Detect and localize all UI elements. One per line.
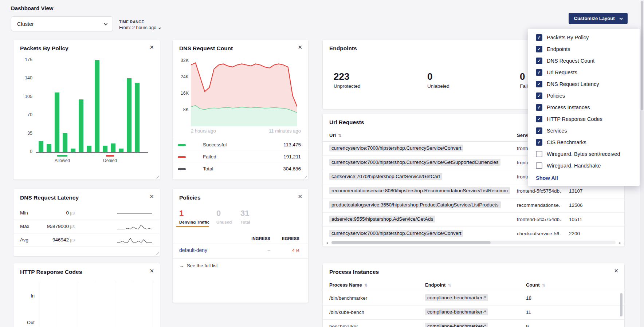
- scroll-left-icon[interactable]: ◂: [326, 241, 328, 245]
- customize-layout-menu: ✓Packets By Policy✓Endpoints✓DNS Request…: [528, 29, 640, 186]
- unchecked-checkbox[interactable]: [536, 162, 542, 169]
- close-icon[interactable]: ✕: [614, 268, 619, 274]
- stat-value: 0: [427, 71, 449, 82]
- stat-total[interactable]: 31 Total: [240, 209, 250, 224]
- category-label-denied: Denied: [103, 158, 117, 163]
- ingress-value: –: [241, 248, 270, 253]
- menu-item-label: Endpoints: [547, 46, 570, 52]
- menu-item[interactable]: ✓DNS Request Latency: [528, 78, 640, 90]
- checked-checkbox[interactable]: ✓: [536, 92, 542, 99]
- resize-handle[interactable]: [155, 174, 159, 178]
- customize-layout-button[interactable]: Customize Layout: [569, 13, 628, 24]
- unchecked-checkbox[interactable]: [536, 151, 542, 157]
- checked-checkbox[interactable]: ✓: [536, 127, 542, 134]
- menu-item-label: Policies: [547, 93, 565, 99]
- bar: [111, 143, 115, 152]
- table-row[interactable]: recommendationservice:8080/hipstershop.R…: [323, 184, 624, 198]
- table-row[interactable]: /bin/kube-benchcompliance-benchmarker-*1…: [323, 306, 624, 320]
- sparkline: [117, 210, 152, 217]
- show-all-link[interactable]: Show All: [536, 175, 632, 181]
- count-cell: 10511: [569, 217, 582, 222]
- menu-item[interactable]: Wireguard. Bytes sent/received: [528, 148, 640, 160]
- menu-item[interactable]: ✓CIS Benchmarks: [528, 137, 640, 148]
- checked-checkbox[interactable]: ✓: [536, 104, 542, 111]
- menu-item[interactable]: Wireguard. Handshake: [528, 160, 640, 172]
- sort-icon[interactable]: ⇅: [364, 283, 368, 287]
- endpoint-cell: compliance-benchmarker-*: [425, 323, 488, 327]
- process-name-cell: /bin/kube-bench: [329, 310, 364, 315]
- sort-icon[interactable]: ⇅: [448, 283, 451, 287]
- service-cell: frontend-5fc5754db…: [517, 188, 561, 194]
- column-header-ingress: INGRESS: [241, 236, 270, 241]
- view-selector-value: Cluster: [17, 21, 34, 27]
- card-title: HTTP Response Codes: [20, 269, 82, 275]
- menu-item[interactable]: ✓Services: [528, 125, 640, 137]
- policy-link[interactable]: default-deny: [179, 247, 207, 253]
- table-row[interactable]: /bin/benchmarkercompliance-benchmarker-*…: [323, 291, 624, 306]
- time-range-from[interactable]: From: 2 hours ago: [119, 25, 160, 30]
- resize-handle[interactable]: [303, 174, 307, 178]
- menu-item[interactable]: ✓Process Instances: [528, 102, 640, 113]
- checked-checkbox[interactable]: ✓: [536, 58, 542, 64]
- table-row[interactable]: benchmarkercompliance-benchmarker-*9: [323, 320, 624, 327]
- view-selector-dropdown[interactable]: Cluster: [11, 16, 113, 31]
- column-header-egress: EGRESS: [270, 236, 299, 241]
- divider: [173, 258, 308, 259]
- card-title: Process Instances: [329, 269, 379, 275]
- close-icon[interactable]: ✕: [298, 193, 302, 200]
- card-title: DNS Request Latency: [20, 194, 79, 201]
- menu-item[interactable]: ✓Endpoints: [528, 43, 640, 55]
- checked-checkbox[interactable]: ✓: [536, 69, 542, 76]
- see-full-list-link[interactable]: →See the full list: [179, 263, 218, 268]
- table-row[interactable]: productcatalogservice:3550/hipstershop.P…: [323, 198, 624, 213]
- column-header-count: Count⇅: [526, 282, 545, 288]
- close-icon[interactable]: ✕: [149, 44, 154, 51]
- vertical-scrollbar[interactable]: [620, 293, 623, 316]
- checked-checkbox[interactable]: ✓: [536, 81, 542, 87]
- menu-item[interactable]: ✓HTTP Response Codes: [528, 113, 640, 125]
- checked-checkbox[interactable]: ✓: [536, 46, 542, 52]
- page-scrollbar-thumb[interactable]: [641, 1, 643, 110]
- checked-checkbox[interactable]: ✓: [536, 139, 542, 146]
- horizontal-scrollbar[interactable]: [331, 241, 616, 244]
- menu-item-label: DNS Request Latency: [547, 81, 599, 87]
- legend-row: Successful113,475: [173, 139, 308, 151]
- service-cell: checkoutservice-56…: [517, 231, 561, 236]
- checked-checkbox[interactable]: ✓: [536, 116, 542, 122]
- close-icon[interactable]: ✕: [149, 193, 154, 200]
- sort-icon[interactable]: ⇅: [542, 283, 545, 287]
- policies-card: Policies ✕ 1 Denying Traffic 0 Unused 31…: [173, 189, 308, 303]
- menu-item-label: Wireguard. Bytes sent/received: [547, 151, 620, 157]
- bar: [79, 99, 83, 152]
- sort-icon[interactable]: ⇅: [338, 133, 341, 138]
- close-icon[interactable]: ✕: [149, 268, 154, 274]
- stat-unused[interactable]: 0 Unused: [216, 209, 232, 224]
- menu-item-label: CIS Benchmarks: [547, 139, 586, 145]
- checked-checkbox[interactable]: ✓: [536, 34, 542, 41]
- menu-item-label: DNS Request Count: [547, 58, 594, 64]
- http-response-codes-card: HTTP Response Codes ✕ In Out: [13, 263, 160, 327]
- table-row[interactable]: adservice:9555/hipstershop.AdService/Get…: [323, 213, 624, 227]
- dns-request-latency-card: DNS Request Latency ✕ Min0µsMax95879000µ…: [13, 189, 160, 256]
- bar: [47, 144, 51, 152]
- scroll-right-icon[interactable]: ▸: [619, 241, 621, 245]
- horizontal-scrollbar-thumb[interactable]: [331, 241, 491, 244]
- resize-handle[interactable]: [155, 251, 159, 255]
- stat-denying-traffic[interactable]: 1 Denying Traffic: [179, 209, 209, 224]
- table-row[interactable]: currencyservice:7000/hipstershop.Currenc…: [323, 227, 624, 241]
- endpoint-cell: compliance-benchmarker-*: [425, 294, 488, 301]
- close-icon[interactable]: ✕: [298, 44, 302, 51]
- y-tick-label: 70: [27, 112, 32, 117]
- stat-unprotected: 223 Unprotected: [334, 71, 361, 89]
- endpoint-cell: compliance-benchmarker-*: [425, 308, 488, 315]
- menu-item[interactable]: ✓Packets By Policy: [528, 32, 640, 43]
- page-scrollbar[interactable]: [640, 0, 644, 327]
- menu-item[interactable]: ✓Url Requests: [528, 67, 640, 78]
- allowed-tick: [57, 155, 67, 157]
- egress-value: 4 B: [270, 248, 299, 253]
- menu-item[interactable]: ✓DNS Request Count: [528, 55, 640, 67]
- menu-item[interactable]: ✓Policies: [528, 90, 640, 102]
- count-cell: 11: [526, 310, 531, 315]
- column-header-endpoint: Endpoint⇅: [425, 282, 451, 288]
- dns-request-count-card: DNS Request Count ✕ 32K24K16K8K 2 hours …: [173, 40, 308, 180]
